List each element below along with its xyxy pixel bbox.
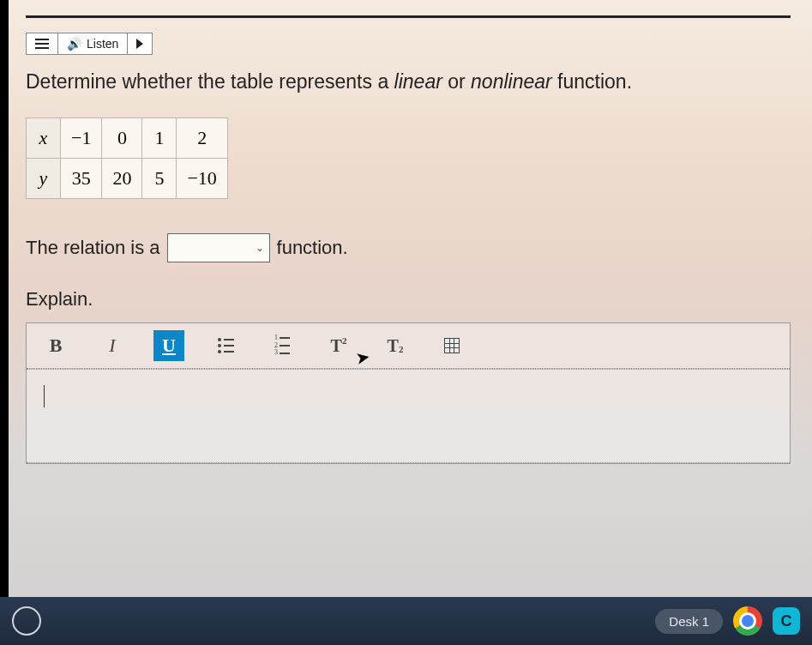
menu-button[interactable] [27, 33, 58, 54]
question-text: Determine whether the table represents a… [26, 70, 791, 93]
answer-prefix: The relation is a [26, 237, 160, 259]
cell: 2 [177, 118, 227, 159]
listen-button[interactable]: 🔊 Listen [58, 33, 128, 54]
chrome-icon[interactable] [733, 606, 762, 636]
cell: 35 [61, 159, 102, 199]
data-table: x −1 0 1 2 y 35 20 5 −10 [26, 118, 228, 199]
answer-dropdown[interactable]: ⌄ [167, 233, 270, 262]
bullet-list-button[interactable] [210, 330, 241, 361]
rich-text-editor: B I U 1 2 3 T2 T2 [26, 322, 791, 464]
cell: 0 [102, 118, 142, 159]
row-label-x: x [27, 118, 61, 159]
table-row: y 35 20 5 −10 [27, 159, 228, 199]
row-label-y: y [27, 159, 61, 199]
hamburger-icon [35, 39, 49, 49]
subscript-button[interactable]: T2 [380, 330, 411, 361]
editor-textarea[interactable] [27, 369, 790, 463]
question-toolbar: 🔊 Listen [26, 33, 153, 55]
chevron-down-icon: ⌄ [256, 242, 264, 254]
answer-suffix: function. [277, 237, 348, 259]
bullet-list-icon [218, 338, 234, 353]
speaker-icon: 🔊 [67, 38, 81, 50]
play-icon [136, 39, 143, 49]
listen-label: Listen [87, 37, 118, 51]
numbered-list-button[interactable]: 1 2 3 [267, 330, 298, 361]
cell: 5 [142, 159, 177, 199]
text-caret [44, 385, 45, 407]
explain-label: Explain. [26, 288, 791, 310]
editor-toolbar: B I U 1 2 3 T2 T2 [27, 323, 790, 369]
cell: −10 [177, 159, 227, 199]
taskbar: Desk 1 C [0, 597, 812, 645]
desk-indicator[interactable]: Desk 1 [655, 609, 723, 634]
cell: 20 [102, 159, 142, 199]
answer-sentence: The relation is a ⌄ function. [26, 233, 791, 262]
cell: −1 [61, 118, 102, 159]
cell: 1 [142, 118, 177, 159]
numbered-list-icon: 1 2 3 [274, 335, 290, 357]
launcher-button[interactable] [12, 606, 41, 636]
play-button[interactable] [128, 33, 152, 54]
italic-button[interactable]: I [97, 330, 128, 361]
underline-button[interactable]: U [153, 330, 184, 361]
insert-table-button[interactable] [436, 330, 467, 361]
app-icon[interactable]: C [773, 607, 800, 635]
superscript-button[interactable]: T2 [323, 330, 354, 361]
bold-button[interactable]: B [40, 330, 71, 361]
table-icon [444, 338, 460, 353]
table-row: x −1 0 1 2 [27, 118, 228, 159]
